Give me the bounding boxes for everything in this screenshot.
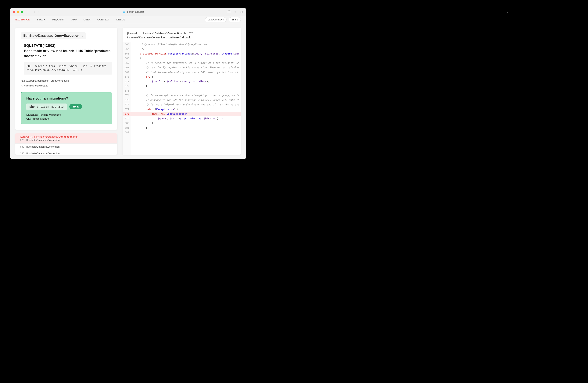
left-column: Illuminate\Database\QueryException ⌄ SQL… [15,28,117,154]
nav-arrows: ‹ › [34,10,39,14]
stack-frame[interactable]: :346Illuminate\Database\Connection [15,150,117,154]
code-lines: * @throws \Illuminate\Database\QueryExce… [131,42,241,154]
line-gutter: 6636646656666676686696706716726736746756… [123,42,131,154]
new-tab-icon[interactable]: ＋ [234,10,237,14]
tab-stack[interactable]: STACK [37,18,45,21]
tab-app[interactable]: APP [71,18,77,21]
tabs-overview-icon[interactable] [240,10,243,14]
error-block: SQLSTATE[42S02]: Base table or view not … [21,43,112,75]
stack-frame[interactable]: :638Illuminate\Database\Connection [15,144,117,150]
right-column: {Laravel…}\Illuminate\Database\Connectio… [123,28,241,154]
share-icon[interactable] [228,10,230,14]
minimize-window-button[interactable] [17,11,19,13]
sql-query: SQL: select * from `users` where `uuid` … [24,62,112,75]
browser-window: ‹ › 🌐 ignition-app.test ↻ ＋ EXCEPTION ST… [10,8,246,159]
url-bar[interactable]: 🌐 ignition-app.test ↻ [40,10,226,13]
exception-class-name: QueryException [55,34,79,38]
svg-rect-0 [27,11,30,13]
try-it-button[interactable]: Try it [69,104,82,109]
request-url-path: http://webapp.test/admin/products/detail… [21,78,112,88]
code-body[interactable]: 6636646656666676686696706716726736746756… [123,42,241,154]
exception-card: Illuminate\Database\QueryException ⌄ SQL… [15,28,117,130]
suggestion-link[interactable]: CLI: Artisan Migrate [26,117,107,120]
close-window-button[interactable] [13,11,15,13]
error-title: SQLSTATE[42S02]: Base table or view not … [24,43,112,59]
suggestion-link[interactable]: Database: Running Migrations [26,113,107,116]
maximize-window-button[interactable] [21,11,23,13]
tab-request[interactable]: REQUEST [52,18,64,21]
suggestion-command: php artisan migrate [26,103,67,110]
globe-icon: 🌐 [123,11,126,13]
share-button[interactable]: Share [229,17,241,22]
docs-link-button[interactable]: Laravel 8 Docs [205,17,226,22]
sidebar-toggle-icon[interactable] [27,10,30,14]
exception-class-selector[interactable]: Illuminate\Database\QueryException ⌄ [21,32,86,39]
nav-forward-button[interactable]: › [38,10,39,14]
suggestion-title: Have you ran migrations? [26,96,107,100]
titlebar-actions: ＋ [228,10,243,14]
exception-namespace: Illuminate\Database\ [23,34,53,38]
suggestion-links: Database: Running Migrations CLI: Artisa… [26,113,107,120]
suggestion-card: Have you ran migrations? php artisan mig… [21,92,112,124]
traffic-lights [13,11,23,13]
url-text: ignition-app.test [126,10,144,13]
stack-card: {Laravel…}/Illuminate/Database/Connectio… [15,134,117,154]
chevron-down-icon: ⌄ [81,34,83,37]
code-card: {Laravel…}\Illuminate\Database\Connectio… [123,28,241,154]
tab-debug[interactable]: DEBUG [116,18,126,21]
stack-frame-path: {Laravel…}/Illuminate/Database/Connectio… [20,135,113,138]
stack-frame[interactable]: {Laravel…}/Illuminate/Database/Connectio… [15,134,117,144]
tab-exception[interactable]: EXCEPTION [15,18,30,21]
tab-context[interactable]: CONTEXT [97,18,109,21]
tab-user[interactable]: USER [84,18,91,21]
nav-back-button[interactable]: ‹ [34,10,35,14]
code-header: {Laravel…}\Illuminate\Database\Connectio… [123,28,241,42]
content-area: Illuminate\Database\QueryException ⌄ SQL… [10,23,246,159]
svg-rect-4 [240,11,242,13]
ignition-tabs: EXCEPTION STACK REQUEST APP USER CONTEXT… [10,16,246,23]
titlebar: ‹ › 🌐 ignition-app.test ↻ ＋ [10,8,246,16]
